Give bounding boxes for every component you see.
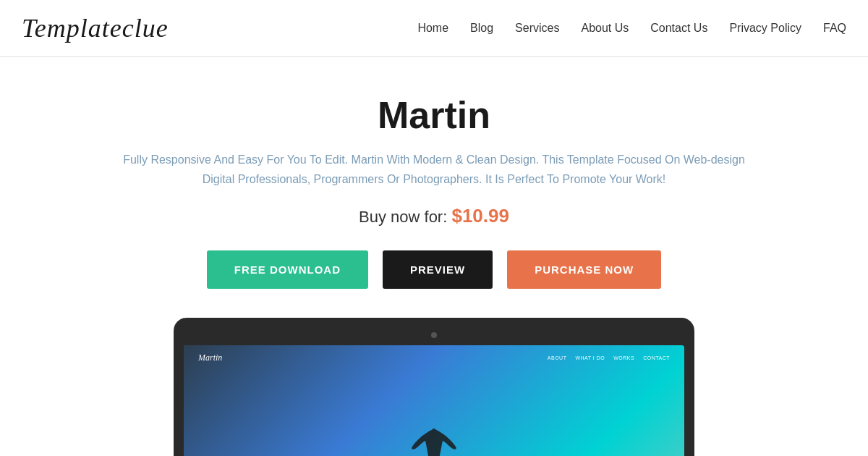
price-label: Buy now for: [359,208,447,226]
preview-button[interactable]: PREVIEW [383,250,493,289]
nav-item-home[interactable]: Home [417,22,448,35]
main-content: Martin Fully Responsive And Easy For You… [0,57,868,456]
screen-nav-contact: CONTACT [643,355,670,360]
price-line: Buy now for: $10.99 [14,205,854,227]
screen-nav: Martin ABOUT WHAT I DO WORKS CONTACT [184,345,684,371]
screen-logo: Martin [198,352,222,363]
purchase-now-button[interactable]: PURCHASE NOW [507,250,661,289]
page-title: Martin [14,93,854,137]
screen-nav-works: WORKS [613,355,634,360]
nav-item-contact[interactable]: Contact Us [650,22,707,35]
screen-links: ABOUT WHAT I DO WORKS CONTACT [548,355,670,360]
screen-nav-about: ABOUT [548,355,567,360]
nav-item-privacy[interactable]: Privacy Policy [729,22,801,35]
nav-item-blog[interactable]: Blog [470,22,493,35]
laptop: Martin ABOUT WHAT I DO WORKS CONTACT [174,318,694,456]
laptop-camera [431,332,437,338]
nav-item-about[interactable]: About Us [581,22,629,35]
nav-item-services[interactable]: Services [515,22,559,35]
site-logo[interactable]: Templateclue [22,13,169,43]
screen-nav-what: WHAT I DO [575,355,605,360]
bird-silhouette [405,418,463,456]
free-download-button[interactable]: FREE DOWNLOAD [207,250,368,289]
laptop-camera-bar [184,328,684,341]
laptop-screen: Martin ABOUT WHAT I DO WORKS CONTACT [184,345,684,456]
buttons-row: FREE DOWNLOAD PREVIEW PURCHASE NOW [14,250,854,289]
main-nav: Home Blog Services About Us Contact Us P… [417,22,846,35]
laptop-mockup: Martin ABOUT WHAT I DO WORKS CONTACT [14,318,854,456]
header: Templateclue Home Blog Services About Us… [0,0,868,57]
description: Fully Responsive And Easy For You To Edi… [36,150,832,189]
screen-content: Martin ABOUT WHAT I DO WORKS CONTACT [184,345,684,456]
laptop-outer: Martin ABOUT WHAT I DO WORKS CONTACT [174,318,694,456]
price-value: $10.99 [451,205,509,227]
nav-item-faq[interactable]: FAQ [823,22,846,35]
